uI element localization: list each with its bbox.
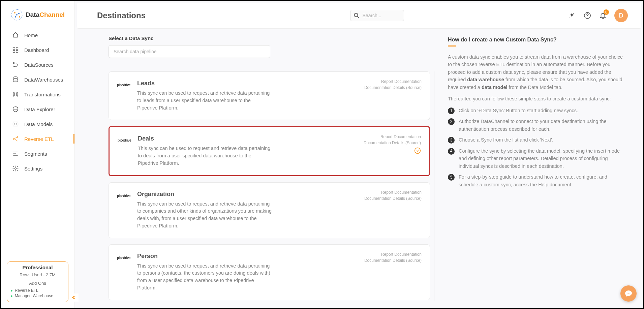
svg-rect-16 [13,122,18,126]
sidebar-item-segments[interactable]: Segments [1,146,74,161]
help-step: 5For a step-by-step guide to understand … [448,173,623,188]
source-doc-link[interactable]: Documentation Details (Source) [364,85,422,91]
selected-check-icon [414,147,421,156]
plan-addon: ●Managed Warehouse [10,293,65,299]
sidebar-item-datamodels[interactable]: Data Models [1,117,74,131]
sidebar-item-settings[interactable]: Settings [1,161,74,176]
section-title: Select a Data Sync [109,35,434,41]
card-logo: pipedrive [117,191,130,230]
help-para: Thereafter, you can follow these simple … [448,95,623,102]
search-wrap [350,10,404,21]
nav-label: DataWarehouses [24,77,63,83]
help-step: 1Click on '+Data Sync' Button to start a… [448,107,623,114]
report-doc-link[interactable]: Report Documentation [364,189,422,195]
underline [448,45,456,47]
help-step: 2Authorize DataChannel to connect to you… [448,118,623,133]
sparkle-button[interactable] [568,11,576,20]
step-text: Click on '+Data Sync' Button to start ad… [459,107,578,114]
sync-card[interactable]: pipedrive Organization This sync can be … [109,182,430,238]
help-steps: 1Click on '+Data Sync' Button to start a… [448,107,623,188]
step-text: Configure the sync by selecting the data… [459,147,623,170]
plan-box: Professional Rows Used - 2.7M Add Ons ●R… [7,261,68,302]
check-icon: ● [10,294,13,298]
report-doc-link[interactable]: Report Documentation [364,251,422,257]
card-desc: This sync can be used to request and ret… [137,200,272,230]
sidebar-item-datawarehouses[interactable]: DataWarehouses [1,72,74,87]
svg-point-24 [574,13,575,14]
check-icon: ● [10,288,13,292]
sidebar-item-dashboard[interactable]: Dashboard [1,42,74,57]
svg-rect-6 [13,48,15,50]
sidebar-item-dataexplorer[interactable]: Data Explorer [1,102,74,117]
sync-card[interactable]: pipedrive Deals This sync can be used to… [109,126,430,176]
notif-badge: 8 [604,9,609,15]
sidebar-item-home[interactable]: Home [1,28,74,42]
svg-point-17 [14,124,15,124]
nav-label: Segments [24,151,47,157]
chat-fab[interactable] [620,285,637,302]
card-logo: pipedrive [118,135,131,167]
sidebar: DataChannel Home Dashboard DataSources D… [1,1,75,308]
sidebar-item-reverseetl[interactable]: Reverse ETL [1,131,74,146]
warehouse-icon [12,76,19,83]
report-doc-link[interactable]: Report Documentation [364,79,422,85]
nav-label: Transformations [24,92,61,97]
step-number: 2 [448,118,455,125]
cards-list[interactable]: pipedrive Leads This sync can be used to… [109,71,434,301]
avatar[interactable]: D [614,9,628,22]
source-doc-link[interactable]: Documentation Details (Source) [364,140,421,146]
plan-addon: ●Reverse ETL [10,288,65,293]
help-button[interactable] [583,11,591,20]
card-links: Report Documentation Documentation Detai… [364,189,422,202]
logo[interactable]: DataChannel [1,1,74,28]
help-title: How do I create a new Custom Data Sync? [448,37,623,43]
nav-label: Home [24,32,38,38]
svg-point-10 [13,62,14,63]
svg-point-19 [13,138,14,139]
left-column: Select a Data Sync pipedrive Leads This … [109,35,434,308]
step-text: Authorize DataChannel to connect to your… [459,118,623,133]
notifications-button[interactable]: 8 [599,11,607,20]
card-desc: This sync can be used to request and ret… [138,145,273,167]
step-number: 3 [448,137,455,144]
svg-point-5 [16,14,18,16]
content: Destinations 8 D Select a Data Sync pipe… [75,1,643,308]
transformations-icon [12,91,19,98]
help-step: 3Choose a Sync from the list and click '… [448,136,623,144]
nav-label: DataSources [24,62,54,68]
step-number: 4 [448,148,455,155]
chat-icon [624,289,633,298]
card-links: Report Documentation Documentation Detai… [364,134,421,146]
sync-card[interactable]: pipedrive Leads This sync can be used to… [109,71,430,120]
datasources-icon [12,61,19,68]
sidebar-item-transformations[interactable]: Transformations [1,87,74,102]
svg-rect-13 [13,93,14,96]
step-number: 5 [448,174,455,181]
reverseetl-icon [12,135,19,142]
svg-point-1 [14,12,16,13]
top-actions: 8 D [568,9,628,22]
svg-point-12 [13,77,18,79]
logo-icon [11,9,23,21]
help-step: 4Configure the sync by selecting the dat… [448,147,623,170]
report-doc-link[interactable]: Report Documentation [364,134,421,140]
nav-label: Reverse ETL [24,136,54,142]
source-doc-link[interactable]: Documentation Details (Source) [364,195,422,202]
plan-name: Professional [10,265,65,270]
search-icon [354,12,360,19]
sidebar-item-datasources[interactable]: DataSources [1,57,74,72]
collapse-sidebar-button[interactable] [70,293,79,302]
right-column: How do I create a new Custom Data Sync? … [448,35,630,308]
plan-addons-title: Add Ons [10,281,65,286]
svg-rect-9 [16,51,18,53]
sync-card[interactable]: pipedrive Person This sync can be used t… [109,244,430,300]
logo-text: DataChannel [26,11,65,19]
pipeline-search-input[interactable] [109,45,270,58]
svg-point-21 [17,140,18,141]
svg-rect-14 [17,93,18,96]
nav-label: Dashboard [24,47,49,53]
home-icon [12,32,19,38]
nav-label: Data Explorer [24,106,55,112]
step-text: Choose a Sync from the list and click 'N… [459,136,553,144]
source-doc-link[interactable]: Documentation Details (Source) [364,257,422,264]
